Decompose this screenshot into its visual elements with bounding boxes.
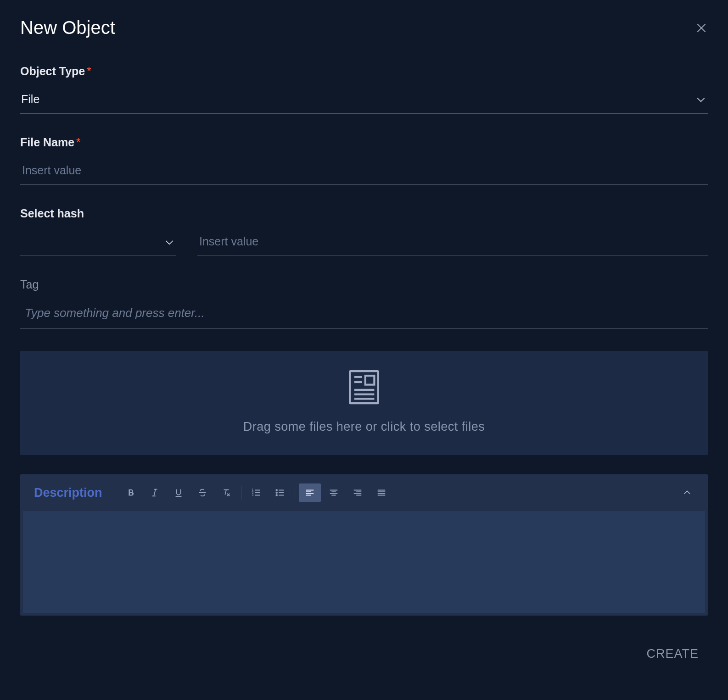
bold-button[interactable] [120, 483, 142, 502]
svg-point-23 [276, 489, 277, 491]
chevron-down-icon [163, 236, 175, 248]
align-center-button[interactable] [323, 483, 345, 502]
svg-text:3: 3 [252, 493, 253, 496]
align-right-icon [353, 488, 363, 498]
dialog-title: New Object [20, 17, 115, 38]
description-label: Description [34, 486, 102, 500]
dropzone-text: Drag some files here or click to select … [29, 420, 699, 434]
toolbar-separator [241, 486, 241, 500]
align-justify-button[interactable] [370, 483, 392, 502]
strikethrough-button[interactable] [191, 483, 213, 502]
toolbar-separator [295, 486, 295, 500]
object-type-select[interactable]: File [20, 88, 708, 113]
svg-line-14 [225, 490, 226, 495]
svg-line-11 [154, 489, 156, 496]
clear-format-button[interactable] [215, 483, 237, 502]
unordered-list-button[interactable] [269, 483, 291, 502]
collapse-editor-button[interactable] [680, 486, 694, 500]
object-type-value: File [21, 93, 39, 106]
close-button[interactable] [695, 22, 708, 34]
svg-point-24 [276, 492, 277, 494]
align-center-icon [329, 488, 339, 498]
chevron-down-icon [695, 94, 707, 106]
strikethrough-icon [197, 488, 207, 498]
close-icon [695, 22, 707, 34]
description-editor: Description 123 [20, 474, 708, 616]
align-left-button[interactable] [299, 483, 321, 502]
align-justify-icon [376, 488, 386, 498]
select-hash-label: Select hash [20, 207, 708, 220]
align-right-button[interactable] [347, 483, 369, 502]
hash-type-select[interactable] [20, 232, 176, 256]
italic-button[interactable] [144, 483, 166, 502]
clear-format-icon [221, 488, 231, 498]
description-textarea[interactable] [23, 511, 705, 613]
file-name-label: File Name* [20, 136, 708, 149]
create-button[interactable]: CREATE [637, 642, 708, 666]
align-left-icon [305, 488, 315, 498]
document-icon [348, 369, 380, 405]
unordered-list-icon [275, 488, 285, 498]
ordered-list-button[interactable]: 123 [245, 483, 267, 502]
file-dropzone[interactable]: Drag some files here or click to select … [20, 351, 708, 455]
svg-rect-3 [365, 376, 375, 385]
object-type-label: Object Type* [20, 65, 708, 78]
ordered-list-icon: 123 [251, 488, 261, 498]
file-name-input[interactable] [20, 159, 708, 185]
hash-value-input[interactable] [197, 230, 708, 256]
underline-icon [174, 488, 184, 498]
svg-point-25 [276, 494, 277, 496]
bold-icon [126, 488, 136, 498]
tag-label: Tag [20, 278, 708, 291]
tag-input[interactable] [20, 301, 708, 329]
underline-button[interactable] [168, 483, 190, 502]
italic-icon [150, 488, 160, 498]
chevron-up-icon [682, 488, 692, 498]
